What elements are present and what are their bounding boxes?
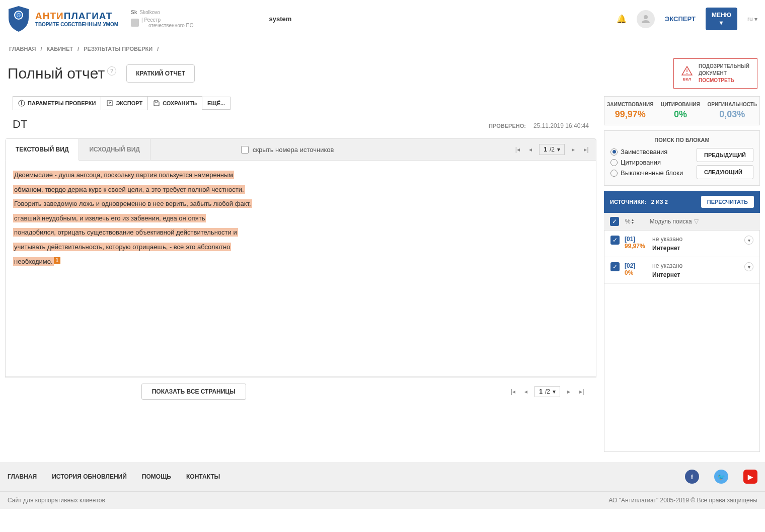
stat-originality-value: 0,03%: [707, 109, 757, 120]
document-name: DT: [13, 118, 27, 131]
radio-icon: [610, 148, 618, 156]
vkl-badge: ВКЛ: [683, 77, 691, 82]
recalculate-button[interactable]: ПЕРЕСЧИТАТЬ: [701, 196, 754, 208]
source-checkbox[interactable]: ✓: [610, 236, 620, 245]
radio-disabled-blocks[interactable]: Выключенные блоки: [610, 169, 689, 177]
pager-first[interactable]: |◂: [508, 387, 517, 396]
sources-header: ИСТОЧНИКИ: 2 ИЗ 2 ПЕРЕСЧИТАТЬ: [604, 191, 760, 213]
pager-prev[interactable]: ◂: [526, 145, 535, 154]
help-icon[interactable]: ?: [107, 66, 116, 75]
checked-label: ПРОВЕРЕНО:: [489, 123, 526, 129]
logo-anti: АНТИ: [35, 11, 64, 21]
pager-bottom: |◂ ◂ 1/2 ▾ ▸ ▸|: [508, 386, 591, 397]
shield-icon: ©: [8, 5, 30, 33]
bell-icon[interactable]: 🔔: [617, 14, 627, 24]
suspicious-view-link[interactable]: ПОСМОТРЕТЬ: [699, 77, 749, 84]
params-button[interactable]: iПАРАМЕТРЫ ПРОВЕРКИ: [13, 96, 101, 110]
pager-next[interactable]: ▸: [569, 145, 578, 154]
role-label[interactable]: ЭКСПЕРТ: [665, 15, 696, 23]
footer-home[interactable]: ГЛАВНАЯ: [8, 473, 37, 480]
checkbox-icon: [241, 146, 249, 154]
stats-panel: ЗАИМСТВОВАНИЯ99,97% ЦИТИРОВАНИЯ0% ОРИГИН…: [604, 96, 760, 125]
page-title: Полный отчет?: [8, 65, 116, 82]
stat-borrowing-label: ЗАИМСТВОВАНИЯ: [607, 102, 653, 107]
chevron-down-icon[interactable]: ▾: [744, 236, 753, 245]
facebook-icon[interactable]: f: [685, 470, 699, 484]
pager-top: |◂ ◂ 1/2 ▾ ▸ ▸|: [513, 144, 596, 155]
footer-history[interactable]: ИСТОРИЯ ОБНОВЛЕНИЙ: [52, 473, 127, 480]
suspicious-document-box[interactable]: ВКЛ ПОДОЗРИТЕЛЬНЫЙ ДОКУМЕНТ ПОСМОТРЕТЬ: [673, 58, 757, 89]
crumb-cabinet[interactable]: КАБИНЕТ: [47, 46, 73, 52]
more-button[interactable]: ЕЩЁ...: [202, 97, 231, 110]
pct-sort[interactable]: % ▴▾: [625, 218, 634, 225]
logo-slogan: ТВОРИТЕ СОБСТВЕННЫМ УМОМ: [35, 22, 118, 27]
source-row[interactable]: ✓ [01]99,97% не указаноИнтернет ▾: [604, 231, 759, 257]
pager-last[interactable]: ▸|: [582, 145, 591, 154]
logo[interactable]: © АНТИПЛАГИАТ ТВОРИТЕ СОБСТВЕННЫМ УМОМ: [8, 5, 118, 33]
sources-filter-row: ✓ % ▴▾ Модуль поиска▽: [604, 213, 760, 231]
info-icon: i: [18, 100, 25, 107]
pager-select[interactable]: 1/2 ▾: [534, 386, 560, 397]
save-icon: [153, 100, 160, 107]
logo-plagiat: ПЛАГИАТ: [64, 11, 113, 21]
checked-date: 25.11.2019 16:40:44: [533, 122, 589, 129]
footer-help[interactable]: ПОМОЩЬ: [142, 473, 171, 480]
hide-source-numbers[interactable]: скрыть номера источников: [241, 146, 334, 154]
prev-block-button[interactable]: ПРЕДЫДУЩИЙ: [697, 148, 753, 162]
pager-last[interactable]: ▸|: [577, 387, 586, 396]
avatar[interactable]: [637, 10, 655, 28]
source-row[interactable]: ✓ [02]0% не указаноИнтернет ▾: [604, 257, 759, 284]
chevron-down-icon[interactable]: ▾: [744, 262, 753, 271]
crumb-results[interactable]: РЕЗУЛЬТАТЫ ПРОВЕРКИ: [84, 46, 152, 52]
svg-text:i: i: [21, 101, 23, 106]
stat-citation-label: ЦИТИРОВАНИЯ: [658, 102, 702, 107]
search-blocks-panel: ПОИСК ПО БЛОКАМ Заимствования Цитировани…: [604, 130, 760, 186]
save-button[interactable]: СОХРАНИТЬ: [147, 96, 202, 110]
footer-corporate[interactable]: Сайт для корпоративных клиентов: [8, 497, 105, 504]
radio-icon: [610, 159, 618, 166]
crumb-home[interactable]: ГЛАВНАЯ: [9, 46, 36, 52]
short-report-button[interactable]: КРАТКИЙ ОТЧЕТ: [126, 64, 195, 83]
radio-borrowings[interactable]: Заимствования: [610, 148, 689, 156]
source-checkbox[interactable]: ✓: [610, 262, 620, 271]
youtube-icon[interactable]: ▶: [743, 470, 757, 484]
footer-copyright: АО "Антиплагиат" 2005-2019 © Все права з…: [608, 497, 757, 504]
menu-button[interactable]: МЕНЮ▾: [706, 8, 737, 30]
module-column-header[interactable]: Модуль поиска▽: [650, 218, 699, 225]
tab-text-view[interactable]: ТЕКСТОВЫЙ ВИД: [6, 139, 79, 161]
radio-icon: [610, 170, 618, 177]
filter-icon[interactable]: ▽: [694, 218, 699, 225]
breadcrumb: ГЛАВНАЯ / КАБИНЕТ / РЕЗУЛЬТАТЫ ПРОВЕРКИ …: [0, 38, 765, 56]
export-icon: [106, 100, 113, 107]
svg-text:©: ©: [17, 13, 21, 18]
show-all-pages-button[interactable]: ПОКАЗАТЬ ВСЕ СТРАНИЦЫ: [141, 384, 246, 400]
lang-select[interactable]: ru ▾: [747, 16, 757, 23]
stat-borrowing-value: 99,97%: [607, 109, 653, 120]
pager-next[interactable]: ▸: [564, 387, 573, 396]
pager-prev[interactable]: ◂: [521, 387, 530, 396]
system-label: system: [269, 15, 291, 23]
export-button[interactable]: ЭКСПОРТ: [101, 96, 148, 110]
sources-list: ✓ [01]99,97% не указаноИнтернет ▾ ✓ [02]…: [604, 231, 760, 452]
svg-point-3: [644, 15, 648, 19]
search-blocks-title: ПОИСК ПО БЛОКАМ: [610, 137, 753, 143]
footer-contacts[interactable]: КОНТАКТЫ: [186, 473, 220, 480]
twitter-icon[interactable]: 🐦: [714, 470, 728, 484]
pager-first[interactable]: |◂: [513, 145, 522, 154]
select-all-checkbox[interactable]: ✓: [610, 217, 619, 226]
source-marker[interactable]: 1: [54, 257, 61, 264]
tab-source-view[interactable]: ИСХОДНЫЙ ВИД: [79, 139, 150, 160]
stat-citation-value: 0%: [658, 109, 702, 120]
text-content: Двоемыслие - душа ангсоца, поскольку пар…: [5, 161, 596, 377]
radio-citations[interactable]: Цитирования: [610, 159, 689, 166]
next-block-button[interactable]: СЛЕДУЮЩИЙ: [697, 165, 753, 179]
warning-icon: [681, 66, 693, 76]
partner-logos: Sk Skolkovo | Реестр отечественного ПО: [131, 10, 193, 28]
stat-originality-label: ОРИГИНАЛЬНОСТЬ: [707, 102, 757, 107]
svg-point-5: [686, 73, 687, 74]
pager-select[interactable]: 1/2 ▾: [539, 144, 565, 155]
